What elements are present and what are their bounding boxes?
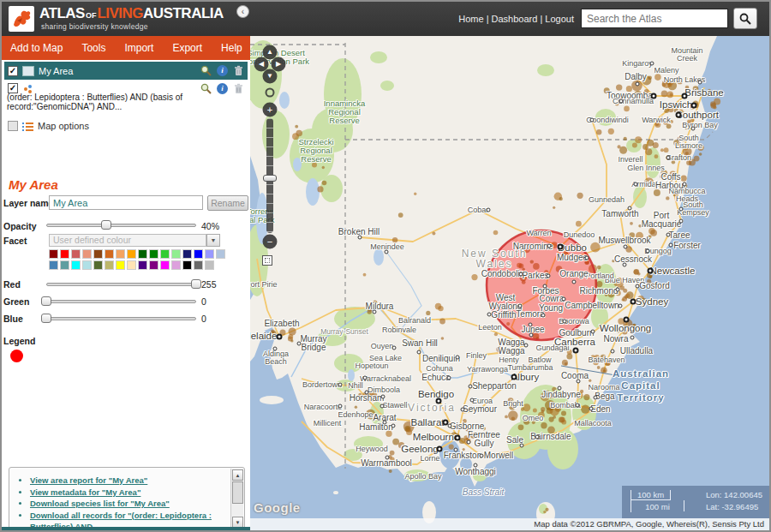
layer-row-my-area[interactable]: ✓ My Area i [4,62,248,80]
delete-layer-icon[interactable] [233,65,244,76]
colour-swatch[interactable] [138,249,147,259]
opacity-value: 40% [201,221,219,231]
colour-swatch[interactable] [149,260,158,270]
green-slider[interactable] [46,300,196,303]
opacity-slider-thumb[interactable] [101,220,111,230]
cursor-coordinates: Lon: 142.00645 Lat: -32.96495 [706,489,762,513]
western-port [460,457,472,471]
link-metadata[interactable]: View metadata for "My Area" [30,487,225,499]
query-layer-label[interactable]: (order: Lepidoptera : Butterflies) AND (… [7,93,231,111]
my-area-circle[interactable] [487,230,596,340]
zoom-to-layer-icon[interactable] [200,65,212,76]
layer-info-icon[interactable]: i [217,65,228,76]
facet-select[interactable]: User defined colour [49,234,206,247]
colour-swatch[interactable] [105,260,114,270]
map-options-icon [22,122,33,131]
sidebar-footer-bar [2,527,250,530]
sidebar: Add to Map Tools Import Export Help ✓ My… [2,36,250,530]
latitude-readout: Lat: -32.96495 [706,501,762,513]
colour-swatch[interactable] [127,249,136,259]
layer-name-input[interactable] [49,195,203,210]
map-options-checkbox[interactable] [8,121,18,131]
menu-import[interactable]: Import [124,42,153,54]
colour-swatch[interactable] [71,249,81,259]
colour-swatch[interactable] [160,260,170,270]
colour-swatch[interactable] [171,249,181,259]
link-species-list[interactable]: Download species list for "My Area" [30,498,225,510]
colour-swatch[interactable] [105,249,114,259]
panel-title: My Area [9,177,58,192]
reset-view-icon[interactable] [266,88,275,98]
search-icon [739,13,751,25]
colour-swatch[interactable] [138,260,147,270]
colour-swatch[interactable] [49,249,58,259]
zoom-in-icon[interactable]: + [263,103,278,117]
colour-swatch[interactable] [60,260,69,270]
layer-links-panel: View area report for "My Area" View meta… [9,467,245,530]
links-scrollbar[interactable]: ▲ ▼ [230,469,243,529]
colour-swatch[interactable] [194,260,203,270]
colour-swatch[interactable] [149,249,158,259]
search-button[interactable] [733,8,757,29]
zoom-out-icon[interactable]: − [263,235,278,249]
colour-swatch[interactable] [194,249,203,259]
menu-help[interactable]: Help [221,42,242,54]
scroll-up-icon[interactable]: ▲ [232,469,243,481]
blue-slider[interactable] [46,317,196,320]
blue-value: 0 [201,314,206,324]
colour-swatch[interactable] [216,249,225,259]
colour-swatch[interactable] [71,260,81,270]
scrollbar-thumb[interactable] [232,481,243,504]
rename-button[interactable]: Rename [207,195,248,211]
ala-logo[interactable] [9,6,34,32]
google-logo[interactable]: Google [254,500,301,515]
menu-add-to-map[interactable]: Add to Map [10,42,63,54]
colour-swatch[interactable] [82,260,92,270]
red-slider-thumb[interactable] [191,279,201,289]
menu-tools[interactable]: Tools [81,42,105,54]
header-nav-links[interactable]: Home | Dashboard | Logout [458,14,574,24]
colour-swatch[interactable] [60,249,69,259]
map-canvas[interactable]: BrisbaneToowoombaIpswichSouthportDalbyKi… [250,36,769,530]
sidebar-collapse-button[interactable]: ‹ [236,5,249,18]
colour-swatch[interactable] [205,260,214,270]
link-area-report[interactable]: View area report for "My Area" [30,475,225,487]
colour-swatch[interactable] [182,260,192,270]
search-input[interactable] [581,9,728,28]
legend-swatch [10,350,23,362]
facet-label: Facet [3,236,27,246]
colour-swatch[interactable] [82,249,92,259]
main-menu: Add to Map Tools Import Export Help [2,36,250,60]
green-slider-thumb[interactable] [41,296,51,306]
colour-swatch[interactable] [205,249,214,259]
colour-swatch-grid [48,248,230,271]
site-title: ATLASOFLIVINGAUSTRALIA [39,5,224,22]
colour-swatch[interactable] [182,249,192,259]
colour-swatch[interactable] [49,260,58,270]
overview-map-icon[interactable] [262,255,272,266]
colour-swatch[interactable] [127,260,136,270]
scale-km-label: 100 km [631,490,671,500]
menu-export[interactable]: Export [172,42,202,54]
colour-swatch[interactable] [93,260,103,270]
act-leader-line [561,366,620,376]
colour-swatch[interactable] [116,260,125,270]
colour-swatch[interactable] [160,249,170,259]
map-options-row[interactable]: Map options [4,118,248,134]
map-info-box: 100 km 100 mi Lon: 142.00645 Lat: -32.96… [622,486,769,518]
opacity-slider[interactable] [46,224,196,227]
colour-swatch[interactable] [171,260,181,270]
scale-mi-label: 100 mi [631,500,684,511]
map-attribution: Map data ©2012 GBRMPA, Google, Whereis(R… [250,518,769,530]
blue-slider-thumb[interactable] [41,314,51,323]
colour-swatch[interactable] [93,249,103,259]
layer-visibility-checkbox[interactable]: ✓ [8,66,18,76]
facet-dropdown-arrow-icon[interactable]: ▼ [206,234,220,247]
red-slider[interactable] [46,283,196,286]
colour-swatch[interactable] [116,249,125,259]
delete-query-icon[interactable] [233,83,244,94]
zoom-slider-thumb[interactable] [263,175,277,182]
header: ATLASOFLIVINGAUSTRALIA sharing biodivers… [2,2,769,36]
pan-down-icon[interactable]: ▼ [263,69,278,84]
green-label: Green [3,296,29,307]
